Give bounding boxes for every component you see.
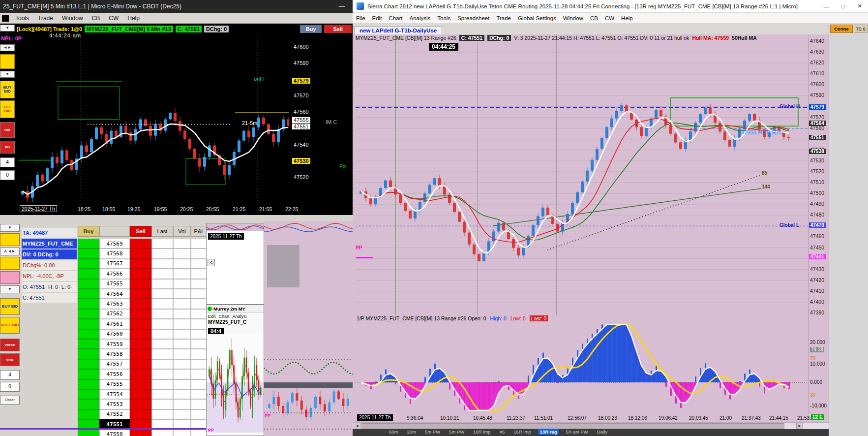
- dom-cell[interactable]: [78, 259, 99, 269]
- dom-cell[interactable]: [78, 299, 99, 309]
- dom-price-row[interactable]: 47560: [99, 329, 130, 339]
- dom-price-row[interactable]: 47568: [99, 249, 130, 258]
- dom-cell[interactable]: [130, 399, 151, 409]
- dom-price-row[interactable]: 47552: [99, 409, 130, 419]
- dom-price-row[interactable]: 47563: [99, 299, 130, 309]
- dom-price-row[interactable]: 47550: [99, 430, 130, 436]
- chart-tab-60m[interactable]: 60m: [387, 429, 400, 435]
- dom-cell[interactable]: [191, 369, 208, 379]
- menu-item-spreadsheet[interactable]: Spreadsheet: [454, 15, 493, 21]
- chart-tab-5m-pw[interactable]: 5m PW: [423, 429, 442, 435]
- buy-button[interactable]: Buy: [300, 25, 322, 33]
- dom-cell[interactable]: [151, 299, 173, 309]
- trade-button-rse[interactable]: rse: [0, 122, 15, 138]
- dom-cell[interactable]: [151, 399, 173, 409]
- minimize-icon[interactable]: —: [331, 3, 353, 10]
- dom-cell[interactable]: [173, 239, 191, 249]
- trade-button-yellow[interactable]: [0, 233, 20, 246]
- dom-cell[interactable]: [173, 339, 191, 349]
- menu-item-edit[interactable]: Edit: [369, 15, 386, 21]
- scrollbar-thumb[interactable]: [361, 423, 784, 429]
- scroll-right-icon[interactable]: ►: [796, 423, 803, 429]
- trade-button-4[interactable]: 4: [0, 370, 20, 380]
- dom-cell[interactable]: [191, 309, 208, 319]
- dom-cell[interactable]: [78, 309, 99, 319]
- dom-cell[interactable]: [173, 399, 191, 409]
- horizontal-scrollbar[interactable]: ◄ ►: [353, 422, 829, 429]
- dom-cell[interactable]: [130, 389, 151, 399]
- dom-cell[interactable]: [130, 329, 151, 339]
- dom-cell[interactable]: [130, 409, 151, 419]
- dom-cell[interactable]: [78, 329, 99, 339]
- trade-button--[interactable]: ▼: [0, 285, 20, 293]
- maximize-icon[interactable]: □: [835, 1, 851, 12]
- dom-cell[interactable]: [191, 339, 208, 349]
- trade-button-buy-bid[interactable]: BUY BID: [0, 81, 15, 98]
- chart-tab-5m-pw[interactable]: 5m PW: [447, 429, 466, 435]
- dom-cell[interactable]: [151, 289, 173, 299]
- connect-button[interactable]: Conne: [830, 25, 853, 33]
- dom-cell[interactable]: [78, 279, 99, 289]
- chart-tab-10r-imp[interactable]: 10R imp: [471, 429, 492, 435]
- menu-item-cw[interactable]: CW: [601, 15, 618, 21]
- sell-button[interactable]: Sell: [324, 25, 352, 33]
- dom-cell[interactable]: [173, 359, 191, 369]
- dom-cell[interactable]: [151, 379, 173, 389]
- dom-cell[interactable]: [191, 379, 208, 389]
- dom-price-row[interactable]: 47558: [99, 349, 130, 359]
- tc6-button[interactable]: TC 6: [854, 25, 868, 33]
- trade-button-0[interactable]: 0: [0, 382, 20, 392]
- minimize-icon[interactable]: —: [818, 1, 835, 12]
- oscillator-canvas[interactable]: [356, 322, 808, 412]
- dom-cell[interactable]: [130, 289, 151, 299]
- menu-item-help[interactable]: Help: [123, 15, 144, 22]
- dom-cell[interactable]: [191, 389, 208, 399]
- dom-cell[interactable]: [130, 299, 151, 309]
- dom-price-row[interactable]: 47569: [99, 239, 130, 249]
- dom-cell[interactable]: [191, 430, 208, 436]
- back-button[interactable]: <: [208, 259, 215, 266]
- dom-cell[interactable]: [191, 259, 208, 269]
- dom-cell[interactable]: [191, 329, 208, 339]
- dom-cell[interactable]: [78, 339, 99, 349]
- dom-cell[interactable]: [191, 349, 208, 359]
- dom-cell[interactable]: [173, 279, 191, 289]
- dom-cell[interactable]: [151, 409, 173, 419]
- dom-cell[interactable]: [173, 329, 191, 339]
- dom-cell[interactable]: [191, 319, 208, 329]
- dom-cell[interactable]: [78, 319, 99, 329]
- dom-price-row[interactable]: 47561: [99, 319, 130, 329]
- dom-cell[interactable]: [191, 269, 208, 279]
- menu-item-window[interactable]: Window: [58, 15, 88, 22]
- murrey-menu-edit[interactable]: Edit: [208, 314, 216, 319]
- dom-cell[interactable]: [130, 339, 151, 349]
- trade-button-yellow[interactable]: [0, 54, 15, 69]
- menu-item-chart[interactable]: Chart: [385, 15, 406, 21]
- chart-tab-16r-imp[interactable]: 16R imp: [511, 429, 533, 435]
- dom-price-row[interactable]: 47562: [99, 309, 130, 319]
- close-icon[interactable]: ✕: [851, 1, 868, 12]
- left-chart-canvas[interactable]: [19, 34, 289, 204]
- left-chart-area[interactable]: NPL: 0P 4:44:24 am onH 21-5m IM C Pa 476…: [0, 34, 353, 215]
- chart-tab-daily[interactable]: Daily: [595, 429, 609, 435]
- dom-price-row[interactable]: 47557: [99, 359, 130, 369]
- dom-price-row[interactable]: 47553: [99, 399, 130, 409]
- dom-cell[interactable]: [130, 249, 151, 258]
- dom-cell[interactable]: [130, 369, 151, 379]
- dom-cell[interactable]: [78, 430, 99, 436]
- dom-cell[interactable]: [151, 339, 173, 349]
- dom-cell[interactable]: [78, 239, 99, 249]
- dom-cell[interactable]: [173, 269, 191, 279]
- dom-cell[interactable]: [151, 249, 173, 258]
- dom-price-row[interactable]: 47555: [99, 379, 130, 389]
- dom-cell[interactable]: [78, 289, 99, 299]
- trade-button-order[interactable]: Order: [0, 396, 20, 405]
- dom-cell[interactable]: [78, 349, 99, 359]
- dom-price-row[interactable]: 47564: [99, 289, 130, 299]
- dom-cell[interactable]: [173, 379, 191, 389]
- dom-cell[interactable]: [191, 279, 208, 289]
- dom-cell[interactable]: [78, 369, 99, 379]
- murrey-titlebar[interactable]: Murrey 2m MY: [207, 305, 264, 313]
- dom-cell[interactable]: [78, 399, 99, 409]
- murrey-menu-analysi[interactable]: Analysi: [233, 314, 247, 319]
